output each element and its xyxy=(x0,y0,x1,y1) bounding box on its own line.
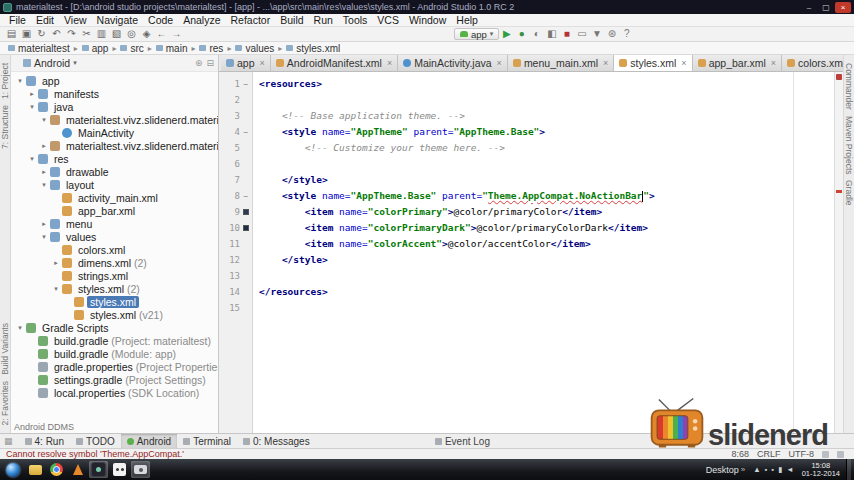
encoding-widget[interactable]: UTF-8 xyxy=(789,449,815,459)
save-all-icon[interactable]: ▣ xyxy=(19,27,34,41)
desktop-toolbar[interactable]: Desktop » xyxy=(706,465,745,475)
tree-item-styles-xml[interactable]: styles.xml xyxy=(11,295,218,308)
explorer-icon[interactable] xyxy=(26,461,45,478)
tree-item-drawable[interactable]: ▸drawable xyxy=(11,165,218,178)
tree-item-res[interactable]: ▾res xyxy=(11,152,218,165)
menu-window[interactable]: Window xyxy=(404,14,451,26)
tool-button-gradle[interactable]: Gradle xyxy=(844,180,854,206)
tree-item-values[interactable]: ▾values xyxy=(11,230,218,243)
expander-icon[interactable]: ▾ xyxy=(39,233,49,241)
forward-icon[interactable]: → xyxy=(169,27,184,41)
oovoo-icon[interactable] xyxy=(110,461,129,478)
tree-item-activity-main-xml[interactable]: activity_main.xml xyxy=(11,191,218,204)
menu-vcs[interactable]: VCS xyxy=(372,14,404,26)
menu-navigate[interactable]: Navigate xyxy=(92,14,143,26)
attach-debugger-icon[interactable]: ◧ xyxy=(544,27,559,41)
close-tab-icon[interactable]: × xyxy=(771,58,776,68)
readonly-lock-icon[interactable] xyxy=(822,451,829,458)
chrome-icon[interactable] xyxy=(47,461,66,478)
menu-file[interactable]: File xyxy=(4,14,31,26)
editor-tab-app[interactable]: app× xyxy=(221,55,271,71)
tree-item-build-gradle[interactable]: build.gradle (Project: materialtest) xyxy=(11,334,218,347)
tree-item-styles-xml[interactable]: styles.xml (v21) xyxy=(11,308,218,321)
undo-icon[interactable]: ↶ xyxy=(49,27,64,41)
back-icon[interactable]: ← xyxy=(154,27,169,41)
breadcrumb-item-values[interactable]: values xyxy=(233,43,276,54)
tree-item-java[interactable]: ▾java xyxy=(11,100,218,113)
menu-tools[interactable]: Tools xyxy=(338,14,373,26)
expander-icon[interactable]: ▾ xyxy=(39,116,49,124)
chevron-down-icon[interactable]: ▾ xyxy=(73,59,77,67)
caret-position-widget[interactable]: 8:68 xyxy=(731,449,749,459)
project-view-selector[interactable]: Android xyxy=(34,57,70,69)
volume-icon[interactable]: ◄ xyxy=(786,465,793,474)
tree-item-menu[interactable]: ▸menu xyxy=(11,217,218,230)
toolwindow-button-0-messages[interactable]: 0: Messages xyxy=(237,434,316,448)
replace-icon[interactable]: ◈ xyxy=(139,27,154,41)
copy-icon[interactable]: ▥ xyxy=(94,27,109,41)
fold-icon[interactable]: − xyxy=(240,128,252,137)
error-stripe-mark[interactable] xyxy=(836,190,842,193)
breadcrumb-item-src[interactable]: src xyxy=(118,43,145,54)
code-editor[interactable]: <resources> <!-- Base application theme.… xyxy=(253,72,834,433)
media-player-icon[interactable] xyxy=(68,461,87,478)
expander-icon[interactable]: ▾ xyxy=(51,285,61,293)
toolwindow-button-terminal[interactable]: Terminal xyxy=(177,434,237,448)
breadcrumb-item-app[interactable]: app xyxy=(80,43,111,54)
tree-item-settings-gradle[interactable]: settings.gradle (Project Settings) xyxy=(11,373,218,386)
toolwindow-anchor-icon[interactable]: ▦ xyxy=(4,436,13,446)
close-tab-icon[interactable]: × xyxy=(497,58,502,68)
toolwindow-button-android[interactable]: Android xyxy=(121,434,177,448)
tree-item-local-properties[interactable]: local.properties (SDK Location) xyxy=(11,386,218,399)
tree-item-dimens-xml[interactable]: ▸dimens.xml (2) xyxy=(11,256,218,269)
avd-manager-icon[interactable]: ▭ xyxy=(574,27,589,41)
expander-icon[interactable]: ▸ xyxy=(51,259,61,267)
paste-icon[interactable]: ▧ xyxy=(109,27,124,41)
menu-help[interactable]: Help xyxy=(451,14,483,26)
fold-icon[interactable]: − xyxy=(240,192,252,201)
menu-view[interactable]: View xyxy=(59,14,92,26)
help-icon[interactable]: ? xyxy=(619,27,634,41)
breadcrumb-item-res[interactable]: res xyxy=(197,43,225,54)
editor-tab-mainactivity-java[interactable]: MainActivity.java× xyxy=(398,55,508,71)
redo-icon[interactable]: ↷ xyxy=(64,27,79,41)
show-desktop-button[interactable] xyxy=(846,459,851,480)
tree-item-styles-xml[interactable]: ▾styles.xml (2) xyxy=(11,282,218,295)
tool-button-1-project[interactable]: 1: Project xyxy=(0,63,10,99)
tray-icon-b[interactable]: ▪ xyxy=(771,465,774,474)
tool-button-7-structure[interactable]: 7: Structure xyxy=(0,105,10,149)
minimize-button[interactable]: – xyxy=(801,2,817,13)
toolwindow-button-4-run[interactable]: 4: Run xyxy=(19,434,70,448)
toolwindow-button-todo[interactable]: TODO xyxy=(70,434,121,448)
run-icon[interactable]: ▶ xyxy=(499,27,514,41)
tree-item-gradle-scripts[interactable]: ▾Gradle Scripts xyxy=(11,321,218,334)
debug-icon[interactable]: ● xyxy=(514,27,529,41)
editor-tab-app-bar-xml[interactable]: app_bar.xml× xyxy=(693,55,782,71)
expander-icon[interactable]: ▸ xyxy=(39,168,49,176)
breadcrumb-item-styles-xml[interactable]: styles.xml xyxy=(284,43,342,54)
editor-scrollbar[interactable] xyxy=(834,72,843,433)
collapse-all-icon[interactable]: ⊟ xyxy=(206,58,214,68)
tool-button-commander[interactable]: Commander xyxy=(844,63,854,110)
editor-tab-styles-xml[interactable]: styles.xml× xyxy=(614,55,692,71)
tree-item-manifests[interactable]: ▸manifests xyxy=(11,87,218,100)
close-tab-icon[interactable]: × xyxy=(387,58,392,68)
line-ending-widget[interactable]: CRLF xyxy=(757,449,781,459)
run-configuration-select[interactable]: app ▾ xyxy=(454,28,499,40)
cut-icon[interactable]: ✂ xyxy=(79,27,94,41)
inspections-profile-icon[interactable] xyxy=(837,451,844,458)
breadcrumb-item-main[interactable]: main xyxy=(154,43,190,54)
expander-icon[interactable]: ▸ xyxy=(39,142,49,150)
tree-item-colors-xml[interactable]: colors.xml xyxy=(11,243,218,256)
tool-button-maven-projects[interactable]: Maven Projects xyxy=(844,116,854,175)
close-tab-icon[interactable]: × xyxy=(603,58,608,68)
tree-item-app[interactable]: ▾app xyxy=(11,74,218,87)
tree-item-app-bar-xml[interactable]: app_bar.xml xyxy=(11,204,218,217)
network-icon[interactable]: ▮ xyxy=(778,465,782,474)
editor-tab-menu-main-xml[interactable]: menu_main.xml× xyxy=(508,55,614,71)
tool-button-2-favorites[interactable]: 2: Favorites xyxy=(0,381,10,425)
close-tab-icon[interactable]: × xyxy=(681,58,686,68)
menu-run[interactable]: Run xyxy=(309,14,338,26)
close-tab-icon[interactable]: × xyxy=(260,58,265,68)
maximize-button[interactable]: ▢ xyxy=(818,2,834,13)
